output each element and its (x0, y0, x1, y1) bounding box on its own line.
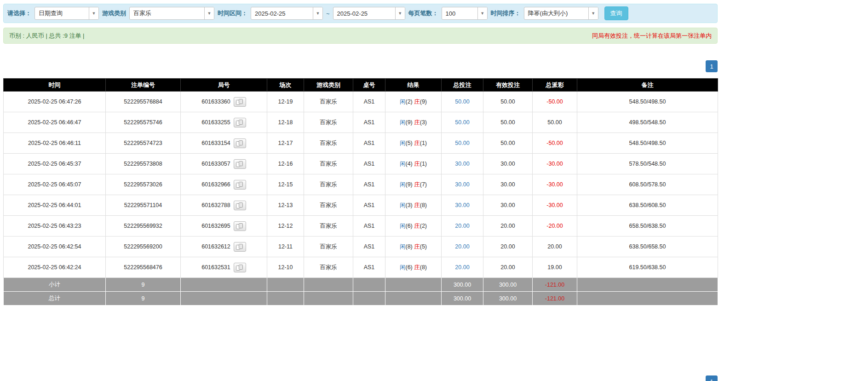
chevron-down-icon[interactable]: ▼ (204, 7, 214, 19)
banker-score: (1) (420, 140, 427, 146)
col-header-result: 结果 (385, 79, 442, 92)
cell-payout: -30.00 (533, 174, 577, 195)
range-separator: ~ (326, 10, 330, 17)
sort-order-select[interactable]: 降幂(由大到小) ▼ (524, 7, 598, 20)
cell-valid-bet: 30.00 (483, 154, 533, 174)
cell-bet-id: 522295573808 (106, 154, 181, 174)
cell-game: 百家乐 (304, 257, 353, 278)
cell-valid-bet: 20.00 (483, 257, 533, 278)
cell-bet-id: 522295576884 (106, 92, 181, 112)
cell-result: 闲(3) 庄(8) (385, 195, 442, 216)
cell-remark: 498.50/548.50 (577, 112, 718, 133)
col-header-payout: 总派彩 (533, 79, 577, 92)
cell-result: 闲(6) 庄(8) (385, 257, 442, 278)
replay-cards-icon[interactable] (234, 201, 246, 210)
chevron-down-icon[interactable]: ▼ (395, 7, 405, 19)
cell-round-id: 601633057 (181, 154, 267, 174)
replay-cards-icon[interactable] (234, 221, 246, 231)
total-bet-link[interactable]: 30.00 (455, 202, 469, 208)
col-header-bet-id: 注单编号 (106, 79, 181, 92)
date-to-select[interactable]: 2025-02-25 ▼ (333, 7, 405, 20)
banker-result-label: 庄 (414, 264, 420, 271)
replay-cards-icon[interactable] (234, 159, 246, 169)
payout-value: -30.00 (546, 202, 563, 208)
cell-result: 闲(8) 庄(5) (385, 237, 442, 257)
cell-total-bet: 20.00 (442, 216, 483, 237)
subtotal-total-bet: 300.00 (442, 278, 483, 292)
cell-valid-bet: 30.00 (483, 195, 533, 216)
page: 请选择： 日期查询 ▼ 游戏类别 百家乐 ▼ 时间区间： 2025-02-25 … (3, 4, 718, 381)
cell-round-id: 601633255 (181, 112, 267, 133)
banker-score: (5) (420, 243, 427, 250)
replay-cards-icon[interactable] (234, 97, 246, 107)
date-from-select[interactable]: 2025-02-25 ▼ (251, 7, 323, 20)
subtotal-remark (577, 278, 718, 292)
cell-payout: -50.00 (533, 133, 577, 154)
total-bet-link[interactable]: 30.00 (455, 181, 469, 188)
cell-remark: 548.50/498.50 (577, 133, 718, 154)
cell-payout: -50.00 (533, 92, 577, 112)
player-result-label: 闲 (400, 243, 406, 250)
chevron-down-icon[interactable]: ▼ (313, 7, 322, 19)
table-row: 2025-02-25 06:47:26522295576884601633360… (4, 92, 718, 112)
cell-bet-id: 522295575746 (106, 112, 181, 133)
game-category-value: 百家乐 (130, 9, 204, 17)
total-bet-link[interactable]: 20.00 (455, 264, 469, 271)
cell-table: AS1 (353, 112, 385, 133)
replay-cards-icon[interactable] (234, 263, 246, 272)
player-result-label: 闲 (400, 119, 406, 126)
cell-table: AS1 (353, 257, 385, 278)
cell-time: 2025-02-25 06:42:54 (4, 237, 106, 257)
total-bet-link[interactable]: 50.00 (455, 119, 469, 126)
chevron-down-icon[interactable]: ▼ (477, 7, 487, 19)
page-1-button[interactable]: 1 (706, 60, 718, 72)
cell-table: AS1 (353, 237, 385, 257)
replay-cards-icon[interactable] (234, 139, 246, 148)
subtotal-payout: -121.00 (533, 278, 577, 292)
payout-value: -30.00 (546, 181, 563, 188)
player-result-label: 闲 (400, 181, 406, 188)
player-result-label: 闲 (400, 98, 406, 105)
cell-session: 12-15 (267, 174, 304, 195)
banker-score: (8) (420, 202, 427, 208)
total-total-bet: 300.00 (442, 292, 483, 306)
page-1-button[interactable]: 1 (706, 375, 718, 381)
cell-session: 12-11 (267, 237, 304, 257)
replay-cards-icon[interactable] (234, 242, 246, 252)
cell-total-bet: 50.00 (442, 92, 483, 112)
query-button[interactable]: 查询 (604, 6, 628, 20)
cell-remark: 658.50/638.50 (577, 216, 718, 237)
per-page-select[interactable]: 100 ▼ (442, 7, 488, 20)
chevron-down-icon[interactable]: ▼ (588, 7, 598, 19)
cell-table: AS1 (353, 195, 385, 216)
subtotal-empty (267, 278, 304, 292)
banker-score: (1) (420, 161, 427, 167)
sort-label: 时间排序： (491, 9, 521, 17)
round-id-text: 601632531 (201, 264, 230, 271)
round-id-text: 601632612 (201, 243, 230, 250)
cell-round-id: 601632612 (181, 237, 267, 257)
replay-cards-icon[interactable] (234, 118, 246, 127)
cell-bet-id: 522295569200 (106, 237, 181, 257)
total-bet-link[interactable]: 50.00 (455, 98, 469, 105)
game-category-select[interactable]: 百家乐 ▼ (129, 7, 214, 20)
total-bet-link[interactable]: 50.00 (455, 140, 469, 146)
total-bet-link[interactable]: 20.00 (455, 243, 469, 250)
cell-session: 12-16 (267, 154, 304, 174)
player-result-label: 闲 (400, 264, 406, 271)
notice-text: 同局有效投注，统一计算在该局第一张注单内 (592, 32, 712, 40)
bet-records-table: 时间 注单编号 局号 场次 游戏类别 桌号 结果 总投注 有效投注 总派彩 备注… (3, 78, 718, 306)
replay-cards-icon[interactable] (234, 180, 246, 190)
query-type-select[interactable]: 日期查询 ▼ (34, 7, 99, 20)
chevron-down-icon[interactable]: ▼ (89, 7, 98, 19)
banker-result-label: 庄 (414, 223, 420, 229)
player-score: (2) (405, 98, 412, 105)
total-bet-link[interactable]: 30.00 (455, 161, 469, 167)
cell-remark: 619.50/638.50 (577, 257, 718, 278)
player-result-label: 闲 (400, 223, 406, 229)
total-bet-link[interactable]: 20.00 (455, 223, 469, 229)
cell-table: AS1 (353, 92, 385, 112)
table-header-row: 时间 注单编号 局号 场次 游戏类别 桌号 结果 总投注 有效投注 总派彩 备注 (4, 79, 718, 92)
cell-time: 2025-02-25 06:46:11 (4, 133, 106, 154)
cell-round-id: 601632788 (181, 195, 267, 216)
